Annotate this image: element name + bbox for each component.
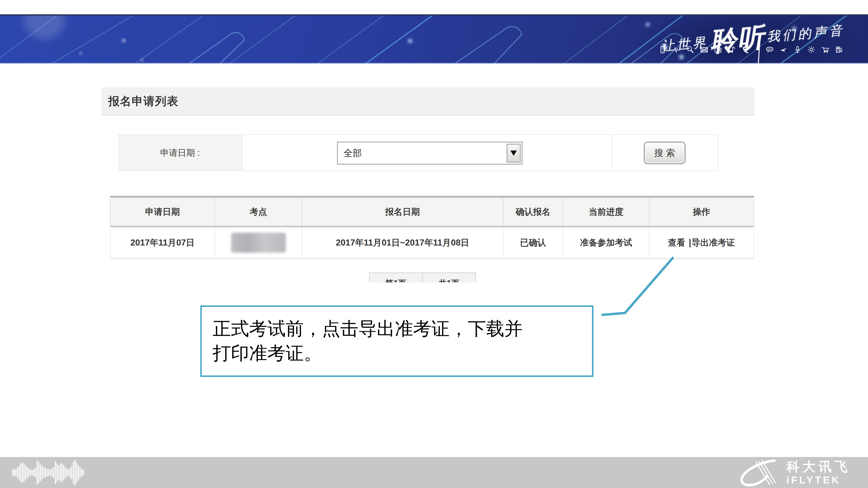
callout-line2: 打印准考证。 bbox=[213, 341, 586, 365]
header-action: 操作 bbox=[649, 198, 753, 226]
speech-bubble-icon bbox=[766, 45, 774, 54]
sun-icon bbox=[807, 45, 815, 54]
plane-icon bbox=[779, 45, 788, 54]
current-page-button[interactable]: 第1页 bbox=[369, 272, 423, 282]
banner-icon-row bbox=[658, 45, 843, 54]
redacted-test-site bbox=[231, 233, 286, 253]
brand-name-cn: 科大讯飞 bbox=[786, 460, 850, 473]
apply-date-label: 申请日期 : bbox=[160, 147, 199, 159]
filter-row: 申请日期 : 全部 搜索 bbox=[118, 134, 718, 171]
total-pages-button[interactable]: 共1页 bbox=[422, 272, 476, 282]
cell-progress: 准备参加考试 bbox=[563, 227, 649, 258]
cell-confirm-status: 已确认 bbox=[503, 227, 563, 258]
music-note-icon bbox=[728, 45, 736, 54]
select-value: 全部 bbox=[338, 147, 507, 159]
page-title: 报名申请列表 bbox=[108, 94, 179, 109]
callout-line1: 正式考试前，点击导出准考证，下载并 bbox=[213, 317, 586, 341]
microphone-icon bbox=[793, 45, 802, 54]
waveform-logo bbox=[12, 458, 86, 487]
cart-icon bbox=[821, 45, 829, 54]
header-site: 考点 bbox=[215, 198, 302, 226]
screen: 让世界 聆听 我们的声音 bbox=[0, 0, 868, 488]
search-button[interactable]: 搜索 bbox=[644, 142, 685, 164]
view-link[interactable]: 查看 bbox=[668, 237, 685, 249]
cell-actions: 查看 | 导出准考证 bbox=[649, 227, 753, 258]
callout-box: 正式考试前，点击导出准考证，下载并 打印准考证。 bbox=[200, 305, 593, 377]
banner: 让世界 聆听 我们的声音 bbox=[0, 14, 868, 64]
brand-text: 科大讯飞 iFLYTEK bbox=[786, 460, 850, 485]
cell-reg-period: 2017年11月01日~2017年11月08日 bbox=[302, 227, 503, 258]
action-divider: | bbox=[689, 238, 691, 248]
header-progress: 当前进度 bbox=[563, 198, 649, 226]
table-row: 2017年11月07日 2017年11月01日~2017年11月08日 已确认 … bbox=[110, 227, 754, 259]
phone-icon bbox=[658, 45, 666, 54]
iflytek-swoosh-icon bbox=[731, 458, 782, 487]
table-header-row: 申请日期 考点 报名日期 确认报名 当前进度 操作 bbox=[110, 196, 754, 227]
brand-name-en: iFLYTEK bbox=[786, 475, 850, 485]
header-reg-period: 报名日期 bbox=[302, 198, 503, 226]
mail-icon bbox=[700, 45, 708, 54]
cell-apply-date: 2017年11月07日 bbox=[111, 227, 215, 258]
search-icon bbox=[686, 45, 694, 54]
pulse-icon bbox=[672, 45, 681, 54]
application-table: 申请日期 考点 报名日期 确认报名 当前进度 操作 2017年11月07日 20… bbox=[110, 196, 754, 259]
filter-cell-divider bbox=[611, 135, 612, 170]
fuel-pump-icon bbox=[835, 45, 843, 54]
tv-icon bbox=[714, 45, 722, 54]
chevron-down-icon[interactable] bbox=[507, 144, 521, 162]
iflytek-brand: 科大讯飞 iFLYTEK bbox=[731, 457, 850, 488]
slogan-right: 我们的声音 bbox=[766, 22, 845, 46]
pagination: 第1页 共1页 bbox=[369, 272, 477, 282]
page-title-panel: 报名申请列表 bbox=[101, 88, 755, 116]
footer-bar: 科大讯飞 iFLYTEK bbox=[0, 457, 868, 488]
handset-icon bbox=[742, 45, 750, 54]
header-confirm: 确认报名 bbox=[503, 198, 563, 226]
cell-site bbox=[215, 227, 302, 258]
filter-label-cell: 申请日期 : bbox=[118, 135, 243, 170]
date-filter-select[interactable]: 全部 bbox=[337, 142, 523, 165]
header-apply-date: 申请日期 bbox=[111, 198, 215, 226]
export-admission-ticket-link[interactable]: 导出准考证 bbox=[691, 237, 735, 249]
